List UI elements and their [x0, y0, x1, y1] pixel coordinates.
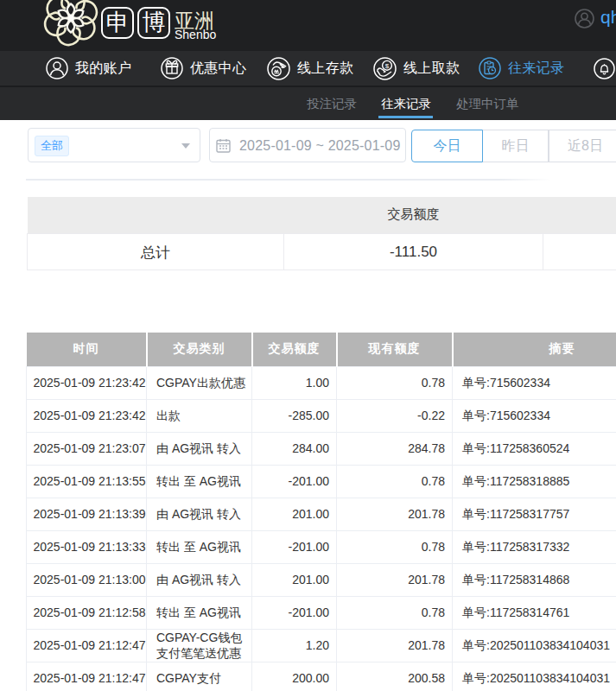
svg-text:$: $: [385, 62, 390, 70]
